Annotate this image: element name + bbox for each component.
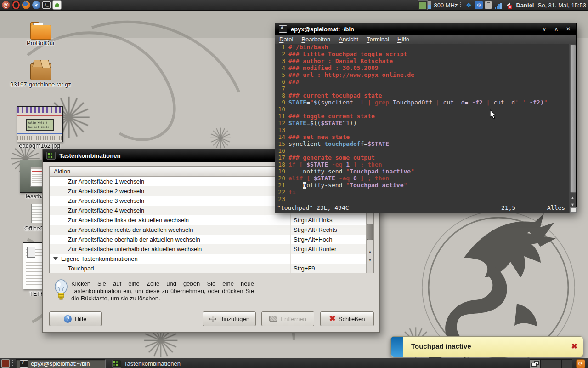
notification-popup: Touchpad inactive ✖ — [390, 336, 583, 357]
action-label: Zur Arbeitsfläche 1 wechseln — [68, 178, 144, 185]
code-line-18: 18if [ $STATE -eq 1 ] ; then — [275, 161, 570, 168]
notification-stripe — [391, 337, 403, 356]
workspace-4[interactable] — [562, 360, 572, 368]
desktop-icon-eadogm-image[interactable]: Hallo Welt ! Das ist Zeile 2 — [17, 106, 63, 142]
close-dialog-button[interactable]: ✖ Schließen — [320, 311, 374, 326]
desktop-icon-label[interactable]: eadogm162.jpg — [12, 142, 67, 149]
code-line-11: 11### toggle current state — [275, 113, 570, 120]
shortcut-row[interactable]: Zur Arbeitsfläche rechts der aktuellen w… — [50, 225, 366, 235]
minimize-button[interactable]: ∨ — [538, 26, 550, 32]
code-token: " — [310, 99, 314, 106]
scroll-down-button[interactable]: ▼ — [569, 202, 576, 207]
code-token: " — [544, 99, 548, 106]
close-button[interactable]: ✕ — [562, 26, 574, 32]
swirl-menu-icon[interactable]: @ — [2, 1, 10, 9]
volume-muted-icon[interactable]: ✕ — [504, 1, 512, 9]
maximize-button[interactable]: ∧ — [550, 26, 562, 32]
remove-button-label: Entfernen — [280, 316, 306, 322]
cpu-frequency-label[interactable]: 800 MHz — [434, 2, 458, 9]
code-token: Touchpad inactive — [350, 168, 411, 175]
notification-close-icon[interactable]: ✖ — [571, 342, 577, 351]
workspace-1[interactable] — [530, 360, 541, 368]
user-name[interactable]: Daniel — [516, 2, 534, 9]
code-token: synclient — [288, 140, 324, 147]
action-label: Eigene Tastenkombinationen — [61, 255, 138, 262]
panel-separator — [11, 360, 14, 367]
menu-item-bearbeiten[interactable]: Bearbeiten — [297, 36, 334, 43]
scroll-up-button[interactable]: ▲ — [569, 196, 576, 200]
clipboard-icon[interactable] — [485, 1, 492, 9]
menu-item-hilfe[interactable]: Hilfe — [393, 36, 413, 43]
code-token: ### set new state — [288, 133, 350, 140]
desktop-icon-label[interactable]: ProBotGui — [17, 40, 63, 46]
shortcut-label: Strg+Alt+Runter — [294, 246, 336, 253]
network-signal-icon[interactable] — [494, 1, 502, 9]
code-token: -f2) — [526, 99, 544, 106]
workspace-2[interactable] — [541, 360, 551, 368]
show-desktop-button[interactable] — [1, 359, 10, 368]
messenger-globe-icon[interactable] — [32, 1, 40, 9]
help-button[interactable]: ? Hilfe — [49, 311, 102, 326]
menu-item-datei[interactable]: Datei — [275, 36, 297, 43]
scrollbar-thumb[interactable] — [570, 45, 576, 193]
action-label: Zur Arbeitsfläche 2 wechseln — [68, 188, 144, 195]
code-token: $STATE — [306, 161, 328, 168]
bottom-panel: #_ epyx@spielomat:~/bin Tastenkombinatio… — [0, 358, 588, 368]
breadboard-rail — [17, 115, 62, 116]
code-line-5: 5### url : http://www.epyx-online.de — [275, 71, 570, 78]
terminal-menubar: DateiBearbeitenAnsichtTerminalHilfe — [275, 34, 576, 44]
add-button[interactable]: Hinzufügen — [203, 311, 256, 326]
task-button-terminal[interactable]: #_ epyx@spielomat:~/bin — [16, 359, 106, 368]
scroll-up-button[interactable]: ▲ — [367, 249, 373, 254]
code-token: Touchpad active — [350, 182, 403, 189]
code-line-17: 17### generate some output — [275, 154, 570, 161]
code-token: $STATE — [368, 140, 389, 147]
remove-button[interactable]: Entfernen — [261, 311, 314, 326]
shortcut-row[interactable]: Zur Arbeitsfläche oberhalb der aktuellen… — [50, 235, 366, 244]
code-token: notify-send — [288, 168, 346, 175]
shortcut-row[interactable]: Zur Arbeitsfläche links der aktuellen we… — [50, 215, 366, 225]
code-token: otify-send — [306, 182, 346, 189]
code-token: ^1)) — [342, 120, 356, 126]
cpu-chip-icon[interactable] — [418, 1, 427, 10]
shortcut-label: Strg+Alt+Links — [294, 217, 333, 224]
desktop-icon-label[interactable]: 93197-gotchione.tar.gz — [7, 81, 74, 88]
opera-icon[interactable] — [12, 1, 20, 9]
scroll-down-button[interactable]: ▼ — [367, 258, 373, 263]
code-line-22: 22fi — [275, 189, 570, 196]
terminal-titlebar[interactable]: #_ epyx@spielomat:~/bin ∨ ∧ ✕ — [275, 23, 576, 34]
shortcut-row[interactable]: Zur Arbeitsfläche unterhalb der aktuelle… — [50, 244, 366, 254]
terminal-text-area[interactable]: 1#!/bin/bash2### Little Touchpad toggle … — [275, 44, 570, 204]
plus-icon — [209, 315, 216, 322]
menu-item-terminal[interactable]: Terminal — [362, 36, 393, 43]
code-line-10: 10 — [275, 106, 570, 113]
code-line-4: 4### modified : 30.05.2009 — [275, 64, 570, 71]
code-line-19: 19 notify-send "Touchpad inactive" — [275, 168, 570, 175]
hint-text: Klicken Sie auf eine Zeile und geben Sie… — [71, 280, 254, 302]
task-label: Tastenkombinationen — [124, 360, 181, 367]
desktop-icon-probotgui[interactable] — [30, 21, 51, 40]
expander-triangle-icon[interactable] — [53, 257, 58, 260]
recycle-applet-icon[interactable]: ⟳ — [576, 359, 585, 368]
code-token: elif [ — [288, 175, 314, 182]
clock[interactable]: So, 31. Mai, 15:53 — [537, 2, 586, 9]
code-token: ### modified : 30.05.2009 — [288, 64, 379, 71]
resize-grip[interactable] — [570, 207, 577, 213]
workspace-3[interactable] — [551, 360, 562, 368]
shortcut-row[interactable]: TouchpadStrg+F9 — [50, 264, 366, 273]
dropbox-icon[interactable]: ❖ — [464, 1, 473, 9]
action-label: Zur Arbeitsfläche links der aktuellen we… — [68, 217, 189, 224]
code-line-6: 6### — [275, 78, 570, 85]
menu-item-ansicht[interactable]: Ansicht — [334, 36, 362, 43]
firefox-icon[interactable] — [22, 1, 30, 9]
shortcut-row[interactable]: Eigene Tastenkombinationen — [50, 254, 366, 264]
gear-icon[interactable]: ⚙ — [475, 1, 483, 9]
question-icon: ? — [64, 315, 72, 323]
code-line-12: 12STATE=$(($STATE^1)) — [275, 120, 570, 126]
green-app-icon[interactable] — [52, 0, 62, 10]
desktop-icon-archive[interactable] — [29, 59, 51, 80]
terminal-launcher-icon[interactable]: #_ — [42, 1, 51, 9]
scrollbar-thumb[interactable] — [367, 224, 373, 240]
task-button-shortcuts[interactable]: Tastenkombinationen — [108, 359, 184, 368]
terminal-scrollbar[interactable]: ▲ ▼ — [569, 44, 576, 213]
